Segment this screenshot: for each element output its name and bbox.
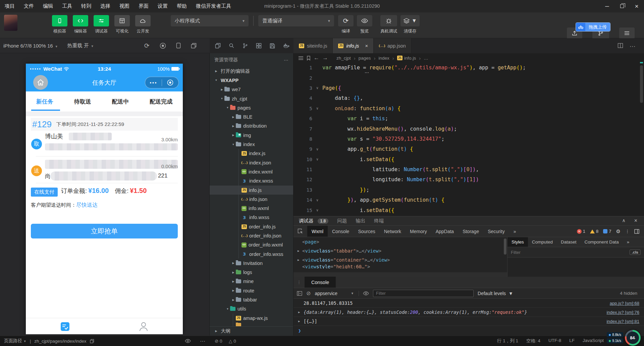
styles-filter-input[interactable] — [511, 250, 630, 255]
devtools-tab-Console[interactable]: Console — [328, 226, 354, 237]
kebab-menu-icon[interactable]: ⋮ — [625, 229, 630, 234]
more-actions-icon[interactable]: ⋯ — [630, 43, 635, 50]
maximize-button[interactable] — [614, 0, 629, 12]
tree-item-index.js[interactable]: JSindex.js — [210, 149, 293, 158]
tree-item-mine[interactable]: ▶mine — [210, 277, 293, 286]
toolbar-button-模拟器[interactable]: 模拟器 — [52, 15, 67, 34]
elements-vscrollbar[interactable] — [504, 238, 506, 255]
tree-item-index[interactable]: ▼index — [210, 140, 293, 149]
collapse-panel-icon[interactable]: ∧ — [622, 218, 625, 224]
context-select[interactable]: appservice▼ — [315, 291, 359, 296]
devtools-tab-Memory[interactable]: Memory — [406, 226, 431, 237]
stop-icon[interactable] — [160, 43, 166, 49]
breadcrumb-item-…[interactable]: … — [424, 56, 428, 61]
warning-count[interactable]: 8 — [590, 229, 598, 234]
editor-tab-siteinfo.js[interactable]: JSsiteinfo.js — [293, 38, 333, 53]
console-tab[interactable]: Console — [305, 277, 336, 288]
element-node[interactable]: ▶<view class="container">…</view> — [293, 255, 507, 264]
tree-item-info.json[interactable]: {..}info.json — [210, 195, 293, 204]
forward-icon[interactable]: → — [322, 55, 328, 61]
editor-tab-info.js[interactable]: JSinfo.js× — [333, 38, 374, 53]
eol[interactable]: LF — [569, 338, 575, 344]
element-picker-icon[interactable] — [293, 226, 307, 237]
editor-tab-app.json[interactable]: {..}app.json — [374, 38, 412, 53]
problems-errors[interactable]: ⊘ 0 — [215, 338, 222, 344]
menu-item-转到[interactable]: 转到 — [81, 3, 91, 9]
compile-button[interactable]: ⟳ 编译 — [338, 15, 354, 34]
detach-window-icon[interactable] — [191, 43, 197, 49]
profile-tab-icon[interactable] — [139, 321, 149, 332]
expand-arrow-icon[interactable]: ▶ — [298, 320, 304, 323]
bookmark-icon[interactable] — [307, 56, 311, 61]
tree-item-Invitation[interactable]: ▶Invitation — [210, 259, 293, 268]
files-icon[interactable] — [215, 43, 221, 49]
phone-tab-配送完成[interactable]: 配送完成 — [150, 98, 172, 106]
explorer-more-icon[interactable]: ⋯ — [284, 57, 288, 63]
breadcrumb-item-zh_cjpt[interactable]: zh_cjpt — [336, 56, 351, 61]
console-filter-input[interactable] — [373, 290, 474, 297]
eye-icon[interactable] — [185, 339, 191, 343]
phone-tab-待取送[interactable]: 待取送 — [74, 98, 91, 106]
menu-item-微信开发者工具[interactable]: 微信开发者工具 — [196, 3, 231, 9]
console-log-row[interactable]: 28.81147,105.83315app.js? [sm]:68 — [293, 299, 644, 308]
element-node[interactable]: ▶<view class="tabbar">…</view> — [293, 246, 507, 255]
task-list-tab-icon[interactable] — [60, 322, 70, 332]
clear-console-icon[interactable]: ⊘ — [306, 290, 311, 296]
devtools-tab-Sources[interactable]: Sources — [354, 226, 379, 237]
phone-tab-配送中[interactable]: 配送中 — [112, 98, 129, 106]
expand-arrow-icon[interactable]: ▶ — [298, 310, 304, 314]
rotate-device-icon[interactable] — [176, 43, 181, 49]
tree-item-pages[interactable]: ▼pages — [210, 103, 293, 112]
tree-item-tabbar[interactable]: ▶tabbar — [210, 295, 293, 304]
menu-item-帮助[interactable]: 帮助 — [177, 3, 187, 9]
tree-item-zh_cjpt[interactable]: ▼zh_cjpt — [210, 94, 293, 103]
phone-tab-新任务[interactable]: 新任务 — [36, 98, 53, 106]
debugger-menu-问题[interactable]: 问题 — [337, 218, 347, 224]
debugger-menu-输出[interactable]: 输出 — [356, 218, 365, 224]
split-editor-icon[interactable] — [618, 43, 623, 48]
devtools-tab-AppData[interactable]: AppData — [431, 226, 458, 237]
devtools-tab-Network[interactable]: Network — [380, 226, 406, 237]
tree-item-amap-wx.js[interactable]: JSamap-wx.js — [210, 314, 293, 323]
close-button[interactable]: × — [629, 0, 644, 12]
drag-handle-icon[interactable]: ⋮ — [293, 277, 305, 288]
tree-item-order_info.wxss[interactable]: 3order_info.wxss — [210, 250, 293, 259]
debugger-menu-终端[interactable]: 终端 — [374, 218, 384, 224]
code-area[interactable]: 1var amapFile = require("../../utils/ama… — [293, 63, 640, 216]
styles-tab-Styles[interactable]: Styles — [507, 237, 528, 247]
toolbar-button-调试器[interactable]: 调试器 — [94, 15, 109, 34]
tree-item-index.wxml[interactable]: <>index.wxml — [210, 167, 293, 176]
log-levels-select[interactable]: Default levels▼ — [478, 291, 513, 296]
tree-item-info.wxml[interactable]: <>info.wxml — [210, 204, 293, 213]
more-menu-button[interactable]: ●●● — [145, 81, 162, 84]
menu-item-视图[interactable]: 视图 — [119, 3, 129, 9]
menu-item-编辑[interactable]: 编辑 — [43, 3, 53, 9]
hot-reload-toggle[interactable]: 热重载 开▼ — [67, 43, 94, 49]
devtools-tab-»[interactable]: » — [509, 226, 521, 237]
tree-item-order_info.wxml[interactable]: <>order_info.wxml — [210, 240, 293, 250]
editor-scrollbar[interactable] — [640, 65, 643, 103]
mode-select[interactable]: 小程序模式▼ — [171, 15, 249, 26]
indent-setting[interactable]: 空格: 4 — [526, 338, 540, 344]
copy-icon[interactable] — [90, 339, 94, 343]
save-icon[interactable] — [270, 43, 275, 49]
close-tab-icon[interactable]: × — [365, 43, 368, 49]
back-icon[interactable]: ← — [314, 55, 319, 61]
devtools-tab-Security[interactable]: Security — [483, 226, 509, 237]
eye-icon[interactable] — [363, 291, 369, 295]
source-link[interactable]: app.js? [sm]:68 — [610, 301, 639, 306]
styles-tab-»[interactable]: » — [623, 237, 634, 247]
styles-tab-Dataset[interactable]: Dataset — [557, 237, 581, 247]
tree-item-打开的编辑器[interactable]: ▶打开的编辑器 — [210, 67, 293, 76]
tree-item-BLE[interactable]: ▶BLE — [210, 112, 293, 121]
tree-item-order_info.json[interactable]: {..}order_info.json — [210, 231, 293, 240]
cursor-position[interactable]: 行 1，列 1 — [497, 338, 518, 344]
styles-tab-Computed[interactable]: Computed — [528, 237, 557, 247]
tree-item-we7[interactable]: ▶we7 — [210, 85, 293, 94]
dock-side-icon[interactable] — [634, 229, 639, 234]
elements-hscrollbar[interactable] — [293, 272, 507, 277]
tree-item-info.wxss[interactable]: 3info.wxss — [210, 213, 293, 222]
console-log-row[interactable]: ▶{data: Array(1), header: {…}, statusCod… — [293, 308, 644, 317]
tree-item-utils[interactable]: ▼utils — [210, 304, 293, 314]
extensions-icon[interactable] — [256, 43, 262, 49]
